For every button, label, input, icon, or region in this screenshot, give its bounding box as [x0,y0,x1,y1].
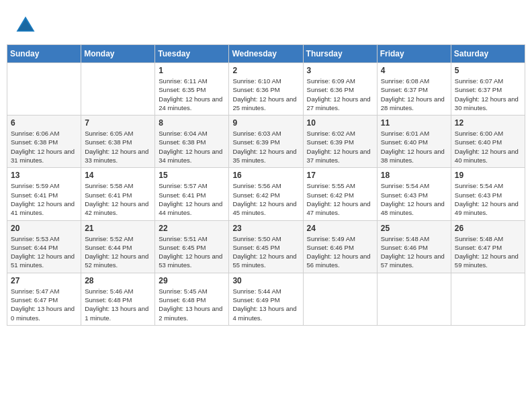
day-header-thursday: Thursday [303,45,377,63]
day-info: Sunrise: 6:02 AMSunset: 6:39 PMDaylight:… [307,129,373,165]
day-number: 15 [159,171,225,180]
week-row-1: 1Sunrise: 6:11 AMSunset: 6:35 PMDaylight… [7,63,525,116]
day-info: Sunrise: 5:48 AMSunset: 6:47 PMDaylight:… [455,234,521,270]
day-number: 19 [455,171,521,180]
week-row-2: 6Sunrise: 6:06 AMSunset: 6:38 PMDaylight… [7,116,525,168]
calendar-cell: 18Sunrise: 5:54 AMSunset: 6:43 PMDayligh… [377,168,451,220]
day-info: Sunrise: 5:50 AMSunset: 6:45 PMDaylight:… [232,234,299,270]
calendar-cell [451,273,525,325]
calendar-cell: 21Sunrise: 5:52 AMSunset: 6:44 PMDayligh… [81,220,155,273]
calendar-cell: 19Sunrise: 5:54 AMSunset: 6:43 PMDayligh… [451,168,525,220]
logo [13,13,40,38]
day-info: Sunrise: 5:44 AMSunset: 6:49 PMDaylight:… [232,287,299,322]
day-number: 28 [85,276,151,285]
day-info: Sunrise: 5:48 AMSunset: 6:46 PMDaylight:… [381,234,447,270]
calendar-cell: 13Sunrise: 5:59 AMSunset: 6:41 PMDayligh… [7,168,81,220]
day-number: 9 [232,118,299,128]
day-number: 5 [455,66,521,75]
day-info: Sunrise: 5:55 AMSunset: 6:42 PMDaylight:… [307,181,373,217]
calendar-cell: 6Sunrise: 6:06 AMSunset: 6:38 PMDaylight… [7,116,81,168]
day-info: Sunrise: 5:46 AMSunset: 6:48 PMDaylight:… [85,287,151,322]
day-header-wednesday: Wednesday [229,45,303,63]
day-number: 13 [11,171,77,180]
day-number: 16 [232,171,299,180]
day-info: Sunrise: 6:01 AMSunset: 6:40 PMDaylight:… [381,129,447,165]
day-number: 3 [307,66,373,75]
calendar-cell [81,63,155,116]
day-info: Sunrise: 5:54 AMSunset: 6:43 PMDaylight:… [381,181,447,217]
day-number: 21 [85,224,151,233]
calendar-cell [303,273,377,325]
week-row-3: 13Sunrise: 5:59 AMSunset: 6:41 PMDayligh… [7,168,525,220]
day-number: 25 [381,224,447,233]
day-info: Sunrise: 5:52 AMSunset: 6:44 PMDaylight:… [85,234,151,270]
day-info: Sunrise: 5:57 AMSunset: 6:41 PMDaylight:… [159,181,225,217]
day-number: 12 [455,118,521,128]
day-number: 4 [381,66,447,75]
calendar-cell: 10Sunrise: 6:02 AMSunset: 6:39 PMDayligh… [303,116,377,168]
calendar-cell: 26Sunrise: 5:48 AMSunset: 6:47 PMDayligh… [451,220,525,273]
calendar-cell: 25Sunrise: 5:48 AMSunset: 6:46 PMDayligh… [377,220,451,273]
day-info: Sunrise: 6:08 AMSunset: 6:37 PMDaylight:… [381,77,447,112]
calendar-cell: 7Sunrise: 6:05 AMSunset: 6:38 PMDaylight… [81,116,155,168]
day-header-sunday: Sunday [7,45,81,63]
day-info: Sunrise: 6:07 AMSunset: 6:37 PMDaylight:… [455,77,521,112]
day-info: Sunrise: 5:49 AMSunset: 6:46 PMDaylight:… [307,234,373,270]
day-info: Sunrise: 5:53 AMSunset: 6:44 PMDaylight:… [11,234,77,270]
day-info: Sunrise: 6:04 AMSunset: 6:38 PMDaylight:… [159,129,225,165]
calendar-cell: 20Sunrise: 5:53 AMSunset: 6:44 PMDayligh… [7,220,81,273]
day-info: Sunrise: 6:09 AMSunset: 6:36 PMDaylight:… [307,77,373,112]
day-info: Sunrise: 5:58 AMSunset: 6:41 PMDaylight:… [85,181,151,217]
calendar-header-row: SundayMondayTuesdayWednesdayThursdayFrid… [7,45,525,63]
day-info: Sunrise: 5:47 AMSunset: 6:47 PMDaylight:… [11,287,77,322]
calendar-cell [377,273,451,325]
day-header-saturday: Saturday [451,45,525,63]
calendar-cell: 14Sunrise: 5:58 AMSunset: 6:41 PMDayligh… [81,168,155,220]
day-number: 29 [159,276,225,285]
day-header-monday: Monday [81,45,155,63]
day-header-tuesday: Tuesday [155,45,229,63]
day-info: Sunrise: 6:11 AMSunset: 6:35 PMDaylight:… [159,77,225,112]
calendar-cell: 27Sunrise: 5:47 AMSunset: 6:47 PMDayligh… [7,273,81,325]
day-info: Sunrise: 5:51 AMSunset: 6:45 PMDaylight:… [159,234,225,270]
day-info: Sunrise: 6:06 AMSunset: 6:38 PMDaylight:… [11,129,77,165]
calendar-cell: 28Sunrise: 5:46 AMSunset: 6:48 PMDayligh… [81,273,155,325]
day-info: Sunrise: 5:56 AMSunset: 6:42 PMDaylight:… [232,181,299,217]
calendar: SundayMondayTuesdayWednesdayThursdayFrid… [7,44,525,326]
calendar-cell: 23Sunrise: 5:50 AMSunset: 6:45 PMDayligh… [229,220,303,273]
calendar-cell: 30Sunrise: 5:44 AMSunset: 6:49 PMDayligh… [229,273,303,325]
week-row-5: 27Sunrise: 5:47 AMSunset: 6:47 PMDayligh… [7,273,525,325]
calendar-cell: 2Sunrise: 6:10 AMSunset: 6:36 PMDaylight… [229,63,303,116]
logo-icon [13,13,38,38]
calendar-cell: 1Sunrise: 6:11 AMSunset: 6:35 PMDaylight… [155,63,229,116]
day-info: Sunrise: 6:10 AMSunset: 6:36 PMDaylight:… [232,77,299,112]
day-number: 24 [307,224,373,233]
day-number: 27 [11,276,77,285]
page-header [7,7,525,41]
day-info: Sunrise: 5:45 AMSunset: 6:48 PMDaylight:… [159,287,225,322]
calendar-cell [7,63,81,116]
calendar-cell: 17Sunrise: 5:55 AMSunset: 6:42 PMDayligh… [303,168,377,220]
calendar-cell: 3Sunrise: 6:09 AMSunset: 6:36 PMDaylight… [303,63,377,116]
calendar-cell: 9Sunrise: 6:03 AMSunset: 6:39 PMDaylight… [229,116,303,168]
day-info: Sunrise: 6:05 AMSunset: 6:38 PMDaylight:… [85,129,151,165]
day-number: 14 [85,171,151,180]
day-number: 1 [159,66,225,75]
day-info: Sunrise: 6:00 AMSunset: 6:40 PMDaylight:… [455,129,521,165]
day-info: Sunrise: 5:54 AMSunset: 6:43 PMDaylight:… [455,181,521,217]
calendar-cell: 29Sunrise: 5:45 AMSunset: 6:48 PMDayligh… [155,273,229,325]
day-number: 23 [232,224,299,233]
calendar-cell: 15Sunrise: 5:57 AMSunset: 6:41 PMDayligh… [155,168,229,220]
calendar-cell: 8Sunrise: 6:04 AMSunset: 6:38 PMDaylight… [155,116,229,168]
day-number: 17 [307,171,373,180]
day-number: 7 [85,118,151,128]
calendar-cell: 5Sunrise: 6:07 AMSunset: 6:37 PMDaylight… [451,63,525,116]
calendar-cell: 24Sunrise: 5:49 AMSunset: 6:46 PMDayligh… [303,220,377,273]
day-number: 10 [307,118,373,128]
day-number: 30 [232,276,299,285]
day-info: Sunrise: 5:59 AMSunset: 6:41 PMDaylight:… [11,181,77,217]
calendar-cell: 4Sunrise: 6:08 AMSunset: 6:37 PMDaylight… [377,63,451,116]
day-number: 2 [232,66,299,75]
calendar-cell: 12Sunrise: 6:00 AMSunset: 6:40 PMDayligh… [451,116,525,168]
week-row-4: 20Sunrise: 5:53 AMSunset: 6:44 PMDayligh… [7,220,525,273]
